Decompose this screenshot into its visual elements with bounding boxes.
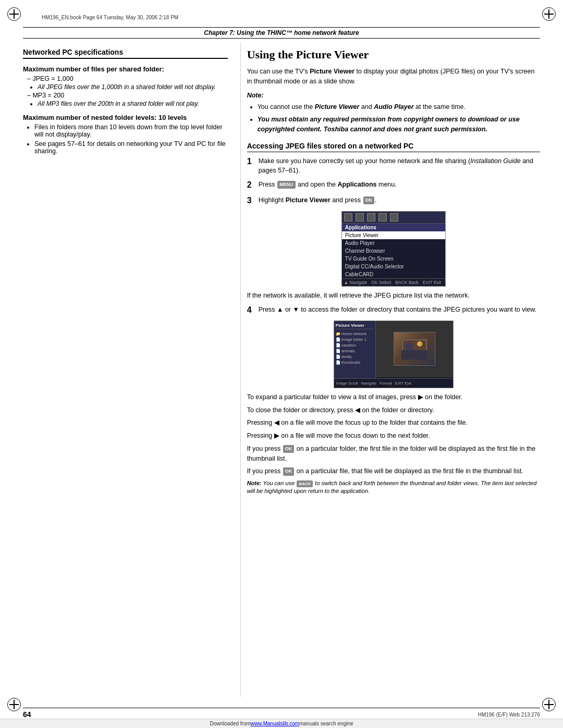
step-num-2: 2 [247,179,259,191]
max-files-heading: Maximum number of files per shared folde… [23,65,228,73]
para-left-file: Pressing ◀ on a file will move the focus… [247,418,540,428]
svg-rect-3 [401,350,427,360]
menu-title: Applications [342,224,445,231]
pv-main [376,321,453,377]
step-3: 3 Highlight Picture Viewer and press OK. [247,195,540,207]
applications-menu-screenshot: Applications Picture Viewer Audio Player… [341,211,446,287]
pv-sidebar: Picture Viewer 📁 Home network 📄 Image fo… [334,321,376,388]
menu-icon-5 [390,213,398,221]
note-label: Note: [247,92,264,99]
nested-bullet-1: Files in folders more than 10 levels dow… [34,124,228,138]
jpeg-entry: JPEG = 1,000 [27,75,228,82]
after-menu-text: If the network is available, it will ret… [247,291,540,301]
menu-icon-4 [378,213,387,221]
pv-footer: Image Scroll Navigate Format EXIT Exit [334,378,453,388]
picture-viewer-screenshot: Picture Viewer 📁 Home network 📄 Image fo… [334,320,454,388]
menu-button-label: MENU [277,181,296,189]
pv-footer-navigate: Navigate [361,381,376,386]
menu-item-digital-cc: Digital CC/Audio Selector [342,263,445,270]
mp3-notes: All MP3 files over the 200th in a shared… [38,100,228,107]
download-text2: manuals search engine [299,721,353,726]
footer-model: HM196 (E/F) Web 213:276 [478,712,540,718]
menu-item-tv-guide: TV Guide On Screen [342,255,445,263]
pv-item-2: 📄 Image folder 1 [336,337,374,342]
pv-item-3: 📄 vacation [336,342,374,348]
menu-item-cablecard: CableCARD [342,270,445,278]
page: HM196_EN.book Page 64 Tuesday, May 30, 2… [0,0,563,728]
svg-point-4 [417,341,422,347]
pv-item-5: 📄 family [336,354,374,360]
corner-mark-tl [7,7,21,21]
step-num-1: 1 [247,155,259,168]
step-num-4: 4 [247,304,259,316]
menu-icon-bar [342,212,445,224]
chapter-title: Chapter 7: Using the THINC™ home network… [204,29,359,36]
step4-list: 4 Press ▲ or ▼ to access the folder or d… [247,305,540,316]
nested-heading: Maximum number of nested folder levels: … [23,114,228,121]
left-column: Networked PC specifications Maximum numb… [23,43,240,697]
step-4: 4 Press ▲ or ▼ to access the folder or d… [247,305,540,316]
step-4-content: Press ▲ or ▼ to access the folder or dir… [259,305,540,315]
menu-footer-exit: EXIT Exit [423,280,441,285]
menu-icon-3 [367,213,375,221]
intro-text: You can use the TV's Picture Viewer to d… [247,67,540,87]
page-footer: 64 HM196 (E/F) Web 213:276 [23,708,540,719]
header-bar: Chapter 7: Using the THINC™ home network… [23,27,540,39]
nested-bullets: Files in folders more than 10 levels dow… [34,124,228,155]
back-btn-inline: BACK [297,480,313,487]
note-item-1: You cannot use the Picture Viewer and Au… [258,102,540,112]
content-area: Networked PC specifications Maximum numb… [23,43,540,697]
ok-btn-inline-1: OK [283,445,295,453]
mp3-entry: MP3 = 200 [27,92,228,99]
para-right-file: Pressing ▶ on a file will move the focus… [247,431,540,441]
menu-item-audio-player: Audio Player [342,239,445,247]
mp3-list: MP3 = 200 [27,92,228,99]
step-3-content: Highlight Picture Viewer and press OK. [259,195,540,205]
manualslib-link[interactable]: www.Manualslib.com [251,721,299,726]
para-ok-file: If you press OK on a particular file, th… [247,466,540,476]
pv-item-6: 📄 thumbnails [336,360,374,365]
menu-footer-select: OK Select [371,280,391,285]
bottom-note: Note: You can use BACK to switch back an… [247,479,540,496]
pv-item-4: 📄 animals [336,348,374,354]
pv-footer-exit: EXIT Exit [395,381,411,386]
corner-mark-br [542,698,556,711]
pv-sidebar-title: Picture Viewer [336,323,374,329]
step-1-content: Make sure you have correctly set up your… [259,156,540,176]
menu-footer: ▲ Navigate OK Select BACK Back EXIT Exit [342,278,445,286]
menu-item-picture-viewer: Picture Viewer [342,231,445,239]
pv-footer-image-scroll: Image Scroll [336,381,358,386]
note-block: Note: You cannot use the Picture Viewer … [247,91,540,134]
svg-point-2 [406,342,413,351]
steps-list: 1 Make sure you have correctly set up yo… [247,156,540,207]
menu-item-channel-browser: Channel Browser [342,247,445,255]
step-2: 2 Press MENU and open the Applications m… [247,180,540,191]
para-ok-folder: If you press OK on a particular folder, … [247,444,540,464]
para-close: To close the folder or directory, press … [247,405,540,415]
pv-item-1: 📁 Home network [336,331,374,337]
header-fileinfo: HM196_EN.book Page 64 Tuesday, May 30, 2… [42,15,178,20]
jpeg-notes: All JPEG files over the 1,000th in a sha… [38,83,228,91]
menu-icon-2 [356,213,364,221]
download-bar: Downloaded from www.Manualslib.com manua… [0,719,563,728]
pv-image-svg [401,339,427,360]
accessing-heading: Accessing JPEG files stored on a network… [247,142,540,152]
corner-mark-bl [7,698,21,711]
step-1: 1 Make sure you have correctly set up yo… [247,156,540,176]
pv-image [394,332,435,366]
ok-button-label: OK [363,196,375,205]
note-item-2: You must obtain any required permission … [258,115,540,134]
jpeg-note: All JPEG files over the 1,000th in a sha… [38,83,228,91]
main-heading: Using the Picture Viewer [247,48,540,61]
step-num-3: 3 [247,194,259,207]
ok-btn-inline-2: OK [283,467,295,476]
nested-bullet-2: See pages 57–61 for details on networkin… [34,140,228,155]
download-text: Downloaded from [210,721,250,726]
corner-mark-tr [542,7,556,21]
menu-footer-back: BACK Back [395,280,418,285]
para-expand: To expand a particular folder to view a … [247,392,540,402]
pv-footer-format: Format [380,381,392,386]
menu-icon-1 [344,213,352,221]
page-number: 64 [23,710,31,719]
right-column: Using the Picture Viewer You can use the… [240,43,540,697]
